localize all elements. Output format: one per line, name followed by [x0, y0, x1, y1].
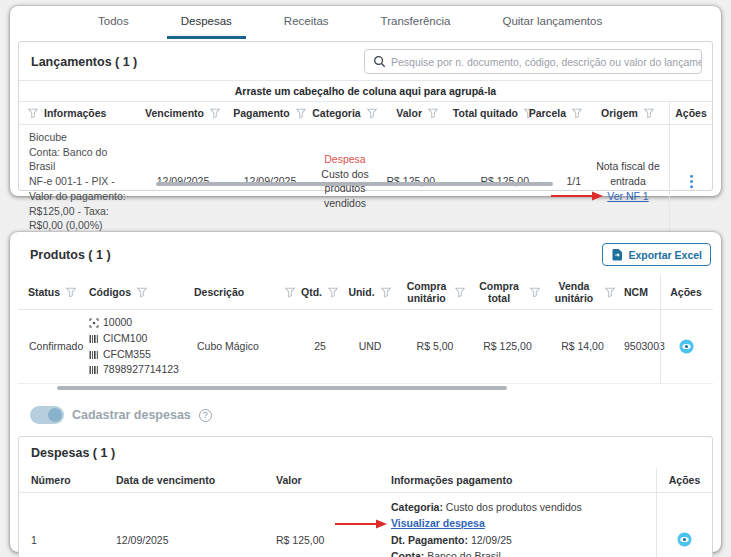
tab-despesas[interactable]: Despesas [167, 6, 246, 39]
filter-icon[interactable] [209, 107, 221, 119]
export-excel-button[interactable]: Exportar Excel [602, 243, 711, 266]
lancamentos-card: Todos Despesas Receitas Transferência Qu… [10, 6, 721, 196]
filter-icon[interactable] [327, 286, 339, 298]
column-header: Valor [396, 107, 422, 119]
filter-icon[interactable] [27, 107, 39, 119]
column-header: Valor [276, 474, 302, 486]
red-arrow-icon [550, 191, 604, 202]
view-product-eye-icon[interactable] [679, 339, 694, 354]
column-header: Ações [675, 107, 707, 119]
filter-icon[interactable] [643, 107, 655, 119]
group-drop-zone[interactable]: Arraste um cabeçalho de coluna aqui para… [19, 80, 712, 102]
origem-text: Nota fiscal de entrada [591, 159, 665, 188]
venda-unitario-cell: R$ 14,00 [545, 310, 620, 383]
tab-transferencia[interactable]: Transferência [367, 6, 465, 39]
qtd-cell: 25 [300, 310, 340, 383]
column-header: Número [31, 474, 71, 486]
ncm-cell: 9503003 [620, 310, 660, 383]
column-header: Informações pagamento [391, 474, 512, 486]
lancamentos-panel: Lançamentos ( 1 ) Arraste um cabeçalho d… [18, 41, 713, 191]
filter-icon[interactable] [65, 286, 77, 298]
lancamentos-table-header: Informações Vencimento Pagamento Categor… [19, 102, 712, 125]
categoria-nome: Custo dos produtos vendidos [315, 167, 375, 211]
filter-icon[interactable] [136, 286, 148, 298]
tab-receitas[interactable]: Receitas [270, 6, 343, 39]
column-header: NCM [624, 286, 648, 298]
filter-icon[interactable] [427, 107, 439, 119]
filter-icon[interactable] [366, 107, 378, 119]
column-header: Total quitado [453, 107, 518, 119]
compra-unitario-cell: R$ 5,00 [400, 310, 470, 383]
status-cell: Confirmado [18, 310, 85, 383]
column-header: Informações [44, 107, 106, 119]
unid-cell: UND [340, 310, 400, 383]
column-header: Status [28, 286, 60, 298]
ver-nf-link[interactable]: Ver NF 1 [607, 190, 648, 202]
lancamentos-title: Lançamentos ( 1 ) [31, 55, 137, 69]
search-icon [373, 55, 386, 68]
search-input[interactable] [391, 56, 701, 68]
despesas-title: Despesas ( 1 ) [19, 437, 712, 468]
filter-icon[interactable] [454, 286, 466, 298]
excel-file-icon [611, 248, 623, 261]
cadastrar-despesas-toggle[interactable] [30, 406, 64, 424]
compra-total-cell: R$ 125,00 [470, 310, 545, 383]
column-header: Venda unitário [549, 280, 599, 304]
tabbar: Todos Despesas Receitas Transferência Qu… [10, 6, 721, 39]
column-header: Qtd. [301, 286, 322, 298]
column-header: Data de vencimento [116, 474, 215, 486]
produtos-title: Produtos ( 1 ) [30, 248, 111, 262]
help-icon[interactable]: ? [199, 409, 212, 422]
despesa-row: 1 12/09/2025 R$ 125,00 Categoria: Custo … [19, 493, 712, 557]
horizontal-scrollbar[interactable] [57, 386, 507, 390]
filter-icon[interactable] [295, 107, 307, 119]
column-header: Parcela [529, 107, 566, 119]
column-header: Pagamento [233, 107, 290, 119]
despesas-table-header: Número Data de vencimento Valor Informaç… [19, 468, 712, 493]
barcode-icon [89, 350, 99, 360]
status-badge: Confirmado [29, 339, 83, 354]
column-header: Unid. [348, 286, 374, 298]
data-vencimento-cell: 12/09/2025 [104, 493, 264, 557]
column-header: Ações [669, 474, 701, 486]
filter-icon[interactable] [284, 286, 296, 298]
column-header: Vencimento [145, 107, 204, 119]
filter-icon[interactable] [529, 286, 541, 298]
produtos-table-header: Status Códigos Descrição Qtd. Unid. Comp… [18, 275, 713, 310]
barcode-icon [89, 365, 99, 375]
categoria-tipo: Despesa [324, 152, 365, 167]
informacoes-cell: Biocube Conta: Banco do Brasil NF-e 001-… [19, 125, 137, 238]
view-despesa-eye-icon[interactable] [677, 532, 692, 547]
numero-cell: 1 [19, 493, 104, 557]
column-header: Origem [601, 107, 638, 119]
column-header: Categoria [312, 107, 360, 119]
internal-code-icon [89, 318, 99, 328]
produtos-card: Produtos ( 1 ) Exportar Excel Status Cód… [10, 232, 721, 552]
column-header: Compra unitário [404, 280, 449, 304]
produto-row: Confirmado 10000 CICM100 CFCM355 7898927… [18, 310, 713, 384]
cadastrar-despesas-label: Cadastrar despesas [72, 408, 191, 422]
horizontal-scrollbar[interactable] [156, 182, 553, 186]
filter-icon[interactable] [380, 286, 392, 298]
column-header: Ações [670, 286, 702, 298]
barcode-icon [89, 334, 99, 344]
filter-icon[interactable] [571, 107, 583, 119]
informacoes-pagamento-cell: Categoria: Custo dos produtos vendidos V… [379, 493, 656, 557]
column-header: Descrição [194, 286, 244, 298]
visualizar-despesa-link[interactable]: Visualizar despesa [391, 517, 485, 529]
descricao-cell: Cubo Mágico [190, 310, 300, 383]
codigos-cell: 10000 CICM100 CFCM355 7898927714123 [85, 310, 190, 383]
row-actions-menu-icon[interactable] [689, 174, 694, 189]
tab-quitar-lancamentos[interactable]: Quitar lançamentos [488, 6, 616, 39]
column-header: Códigos [89, 286, 131, 298]
red-arrow-icon [334, 518, 388, 529]
despesas-panel: Despesas ( 1 ) Número Data de vencimento… [18, 436, 713, 557]
column-header: Compra total [474, 280, 524, 304]
search-box[interactable] [364, 49, 702, 74]
tab-todos[interactable]: Todos [84, 6, 143, 39]
origem-cell: Nota fiscal de entrada Ver NF 1 [587, 125, 669, 238]
filter-icon[interactable] [604, 286, 616, 298]
